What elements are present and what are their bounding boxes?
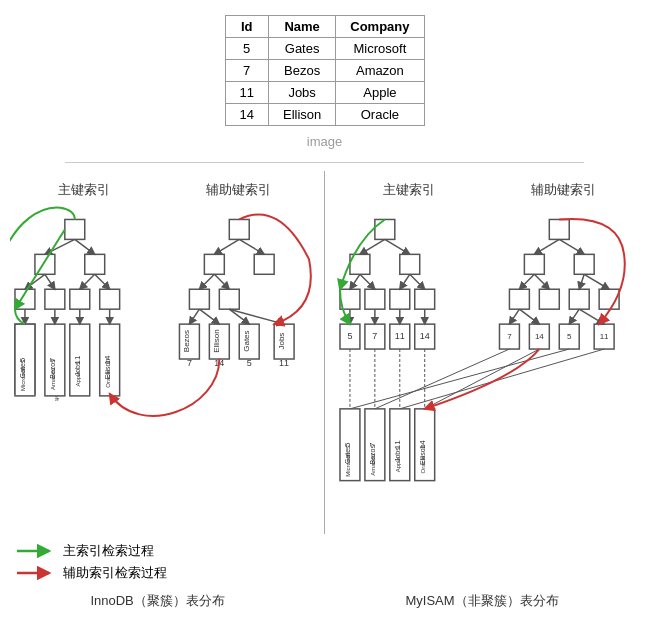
- svg-text:Microsoft: Microsoft: [345, 452, 351, 477]
- svg-text:11: 11: [600, 332, 609, 341]
- svg-rect-39: [254, 254, 274, 274]
- green-arrow-icon: [15, 543, 55, 559]
- svg-rect-70: [415, 289, 435, 309]
- table-row: 11JobsApple: [225, 82, 424, 104]
- horizontal-divider: [65, 162, 584, 163]
- left-diagram: 5 Gates Microsoft 5 Gates: [10, 204, 319, 524]
- table-row: 5GatesMicrosoft: [225, 38, 424, 60]
- svg-text:5: 5: [347, 331, 352, 341]
- table-cell: Jobs: [268, 82, 335, 104]
- svg-line-4: [75, 239, 95, 254]
- table-row: 14EllisonOracle: [225, 104, 424, 126]
- svg-line-111: [559, 239, 584, 254]
- svg-line-73: [400, 274, 410, 289]
- svg-line-110: [534, 239, 559, 254]
- svg-text:11: 11: [395, 331, 405, 341]
- right-secondary-label: 辅助键索引: [531, 181, 596, 199]
- svg-text:Amazon: Amazon: [370, 454, 376, 476]
- left-panel: 主键索引 辅助键索引: [0, 171, 324, 534]
- bottom-label-left: InnoDB（聚簇）表分布: [90, 592, 224, 610]
- svg-rect-114: [569, 289, 589, 309]
- svg-text:Oracle: Oracle: [105, 369, 111, 387]
- svg-rect-7: [70, 289, 90, 309]
- svg-rect-42: [189, 289, 209, 309]
- svg-line-116: [519, 274, 534, 289]
- data-table: Id Name Company 5GatesMicrosoft7BezosAma…: [225, 15, 425, 126]
- table-cell: 11: [225, 82, 268, 104]
- svg-text:Microsoft: Microsoft: [20, 367, 26, 392]
- table-cell: Microsoft: [336, 38, 424, 60]
- top-section: Id Name Company 5GatesMicrosoft7BezosAma…: [0, 0, 649, 154]
- image-label: image: [307, 134, 342, 149]
- svg-rect-0: [65, 219, 85, 239]
- svg-text:Gates: Gates: [242, 330, 251, 351]
- svg-rect-6: [45, 289, 65, 309]
- table-row: 7BezosAmazon: [225, 60, 424, 82]
- svg-line-3: [45, 239, 75, 254]
- svg-text:Ellison: Ellison: [212, 329, 221, 352]
- svg-line-128: [509, 309, 519, 324]
- svg-rect-68: [365, 289, 385, 309]
- svg-line-71: [350, 274, 360, 289]
- left-primary-label: 主键索引: [58, 181, 110, 199]
- svg-text:14: 14: [535, 332, 544, 341]
- svg-rect-107: [549, 219, 569, 239]
- left-secondary-label: 辅助键索引: [206, 181, 271, 199]
- svg-line-66: [385, 239, 410, 254]
- svg-text:7: 7: [372, 331, 377, 341]
- svg-rect-38: [204, 254, 224, 274]
- diagram-area: 主键索引 辅助键索引: [0, 171, 649, 534]
- svg-rect-112: [509, 289, 529, 309]
- svg-rect-109: [574, 254, 594, 274]
- right-panel: 主键索引 辅助键索引: [325, 171, 649, 534]
- table-cell: Oracle: [336, 104, 424, 126]
- svg-text:Apple: Apple: [75, 371, 81, 387]
- svg-line-134: [350, 349, 569, 409]
- svg-line-119: [584, 274, 609, 289]
- svg-line-10: [45, 274, 55, 289]
- red-arrow-icon: [15, 565, 55, 581]
- svg-line-40: [214, 239, 239, 254]
- col-company: Company: [336, 16, 424, 38]
- table-cell: Ellison: [268, 104, 335, 126]
- svg-line-12: [95, 274, 110, 289]
- svg-line-117: [534, 274, 549, 289]
- svg-text:14: 14: [420, 331, 430, 341]
- col-id: Id: [225, 16, 268, 38]
- svg-line-59: [199, 309, 219, 324]
- svg-line-118: [579, 274, 584, 289]
- svg-line-130: [569, 309, 579, 324]
- legend-primary: 主索引检索过程: [15, 542, 634, 560]
- svg-text:7: 7: [507, 332, 512, 341]
- svg-text:7: 7: [187, 358, 192, 368]
- right-primary-label: 主键索引: [383, 181, 435, 199]
- svg-rect-2: [85, 254, 105, 274]
- svg-line-45: [214, 274, 229, 289]
- svg-text:Bezos: Bezos: [182, 330, 191, 352]
- right-section-labels: 主键索引 辅助键索引: [335, 181, 644, 199]
- svg-line-74: [410, 274, 425, 289]
- legend-secondary: 辅助索引检索过程: [15, 564, 634, 582]
- table-cell: Amazon: [336, 60, 424, 82]
- legend-secondary-label: 辅助索引检索过程: [63, 564, 167, 582]
- table-cell: Bezos: [268, 60, 335, 82]
- svg-rect-64: [400, 254, 420, 274]
- svg-text:Amazon: Amazon: [50, 368, 56, 390]
- svg-line-41: [239, 239, 264, 254]
- svg-line-44: [199, 274, 214, 289]
- svg-line-58: [189, 309, 199, 324]
- svg-text:Apple: Apple: [395, 456, 401, 472]
- svg-text:Jobs: Jobs: [277, 333, 286, 350]
- svg-rect-69: [390, 289, 410, 309]
- bottom-labels: InnoDB（聚簇）表分布 MyISAM（非聚簇）表分布: [0, 587, 649, 620]
- right-diagram: 5 7 11 14 5 Gates Microsoft: [335, 204, 644, 524]
- svg-line-61: [229, 309, 284, 324]
- svg-line-129: [519, 309, 539, 324]
- right-tree-svg: 5 7 11 14 5 Gates Microsoft: [335, 204, 644, 524]
- svg-line-135: [400, 349, 604, 409]
- table-cell: Apple: [336, 82, 424, 104]
- svg-text:Oracle: Oracle: [420, 455, 426, 473]
- svg-rect-62: [375, 219, 395, 239]
- svg-text:5: 5: [247, 358, 252, 368]
- left-section-labels: 主键索引 辅助键索引: [10, 181, 319, 199]
